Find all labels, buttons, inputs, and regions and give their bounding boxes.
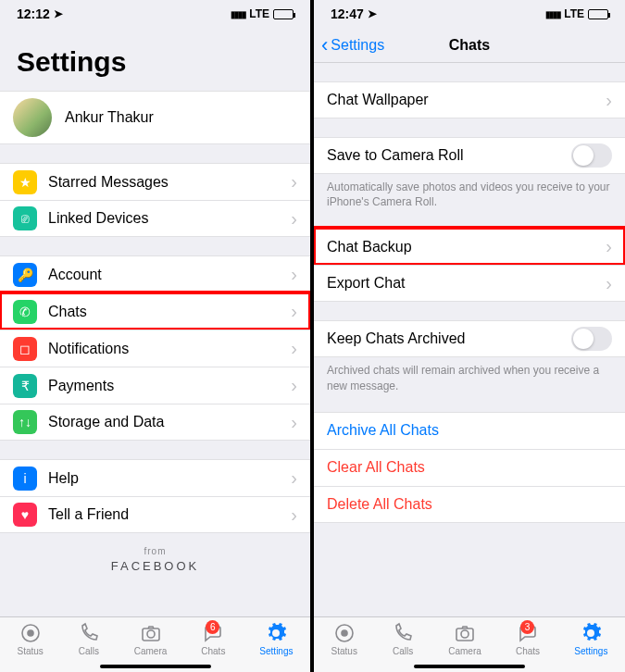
devices-icon: ⎚	[13, 206, 37, 230]
row-label: Linked Devices	[48, 210, 291, 227]
info-icon: i	[13, 467, 37, 491]
tab-label: Settings	[574, 646, 607, 656]
profile-name: Ankur Thakur	[65, 109, 297, 126]
location-icon: ➤	[54, 7, 63, 20]
chevron-right-icon: ›	[291, 338, 297, 359]
tab-label: Calls	[79, 646, 99, 656]
status-icon	[19, 622, 42, 644]
row-keep-archived[interactable]: Keep Chats Archived	[314, 320, 625, 357]
back-button[interactable]: ‹ Settings	[321, 35, 384, 56]
tab-settings[interactable]: Settings	[574, 622, 607, 656]
row-export-chat[interactable]: Export Chat ›	[314, 265, 625, 302]
svg-point-1	[28, 630, 33, 636]
chevron-right-icon: ›	[291, 264, 297, 285]
back-label: Settings	[331, 37, 384, 54]
row-label: Payments	[48, 378, 291, 394]
row-clear-all[interactable]: Clear All Chats	[314, 449, 625, 486]
svg-point-5	[342, 630, 347, 636]
chevron-right-icon: ›	[606, 90, 612, 111]
toggle-camera-roll[interactable]	[571, 143, 612, 168]
toggle-keep-archived[interactable]	[571, 327, 612, 351]
chevron-right-icon: ›	[291, 208, 297, 230]
location-icon: ➤	[368, 7, 377, 20]
row-storage-data[interactable]: ↑↓ Storage and Data ›	[0, 404, 310, 441]
camera-icon	[140, 622, 162, 644]
row-payments[interactable]: ₹ Payments ›	[0, 367, 310, 404]
row-notifications[interactable]: ◻ Notifications ›	[0, 330, 310, 367]
camera-icon	[454, 622, 476, 644]
row-tell-friend[interactable]: ♥ Tell a Friend ›	[0, 496, 310, 533]
chevron-right-icon: ›	[606, 236, 612, 257]
phone-icon	[392, 622, 414, 644]
row-help[interactable]: i Help ›	[0, 459, 310, 496]
tab-camera[interactable]: Camera	[134, 622, 168, 656]
tab-label: Camera	[448, 646, 481, 656]
row-label: Archive All Chats	[327, 422, 612, 439]
chevron-right-icon: ›	[291, 301, 297, 322]
tab-status[interactable]: Status	[331, 622, 357, 656]
home-indicator[interactable]	[100, 665, 211, 668]
row-label: Chats	[48, 304, 291, 320]
row-label: Chat Backup	[327, 239, 606, 255]
row-label: Keep Chats Archived	[327, 330, 571, 347]
gear-icon	[580, 622, 602, 644]
home-indicator[interactable]	[414, 665, 525, 668]
storage-icon: ↑↓	[13, 410, 37, 434]
chevron-right-icon: ›	[291, 467, 297, 489]
tab-label: Chats	[201, 646, 225, 656]
row-chat-wallpaper[interactable]: Chat Wallpaper ›	[314, 81, 625, 118]
row-label: Save to Camera Roll	[327, 147, 571, 164]
row-label: Help	[48, 470, 291, 487]
tab-calls[interactable]: Calls	[78, 622, 100, 656]
tab-status[interactable]: Status	[17, 622, 43, 656]
tab-label: Chats	[516, 646, 540, 656]
battery-icon	[273, 9, 294, 19]
nav-title: Chats	[449, 37, 490, 54]
row-label: Notifications	[48, 341, 291, 357]
chevron-right-icon: ›	[291, 375, 297, 396]
row-delete-all[interactable]: Delete All Chats	[314, 486, 625, 523]
row-starred-messages[interactable]: ★ Starred Messages ›	[0, 163, 310, 200]
battery-icon	[588, 9, 608, 19]
row-linked-devices[interactable]: ⎚ Linked Devices ›	[0, 200, 310, 237]
signal-icon	[545, 7, 560, 20]
chevron-right-icon: ›	[291, 412, 297, 433]
svg-point-7	[461, 630, 469, 638]
status-icon	[333, 622, 356, 644]
row-archive-all[interactable]: Archive All Chats	[314, 412, 625, 449]
row-save-camera-roll[interactable]: Save to Camera Roll	[314, 137, 625, 174]
phone-icon	[78, 622, 100, 644]
profile-row[interactable]: Ankur Thakur	[0, 91, 310, 144]
row-label: Clear All Chats	[327, 459, 612, 476]
row-label: Tell a Friend	[48, 506, 291, 523]
signal-icon	[231, 7, 245, 20]
chevron-right-icon: ›	[291, 171, 297, 193]
tab-calls[interactable]: Calls	[392, 622, 414, 656]
tab-label: Camera	[134, 646, 168, 656]
tab-label: Settings	[259, 646, 293, 656]
network-label: LTE	[564, 7, 584, 20]
tab-settings[interactable]: Settings	[259, 622, 293, 656]
row-chat-backup[interactable]: Chat Backup ›	[314, 228, 625, 265]
tab-bar: Status Calls Camera 6 Chats Settings	[0, 616, 310, 672]
hint-camera-roll: Automatically save photos and videos you…	[314, 174, 625, 209]
status-bar: 12:47 ➤ LTE	[314, 0, 625, 28]
network-label: LTE	[249, 7, 269, 20]
tab-bar: Status Calls Camera 3 Chats Settings	[314, 616, 625, 672]
svg-point-3	[147, 630, 155, 638]
clock: 12:12	[17, 6, 50, 21]
row-chats[interactable]: ✆ Chats ›	[0, 292, 310, 330]
avatar	[13, 98, 52, 137]
row-account[interactable]: 🔑 Account ›	[0, 255, 310, 292]
row-label: Export Chat	[327, 275, 606, 292]
tab-label: Status	[331, 646, 357, 656]
payments-icon: ₹	[13, 374, 37, 398]
status-bar: 12:12 ➤ LTE	[0, 0, 310, 28]
clock: 12:47	[331, 6, 364, 21]
tab-chats[interactable]: 3 Chats	[516, 622, 540, 656]
notifications-icon: ◻	[13, 337, 37, 361]
tab-camera[interactable]: Camera	[448, 622, 481, 656]
tab-chats[interactable]: 6 Chats	[201, 622, 225, 656]
key-icon: 🔑	[13, 263, 37, 287]
page-title: Settings	[0, 28, 310, 91]
